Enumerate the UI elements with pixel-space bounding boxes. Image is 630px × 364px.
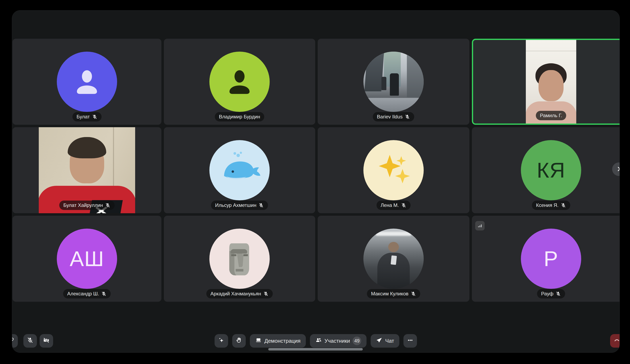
participant-name: Ильсур Ахметшин bbox=[215, 202, 256, 208]
microphone-muted-icon bbox=[560, 202, 566, 208]
participant-tile[interactable]: РРауф bbox=[472, 216, 620, 302]
name-pill: Ксения Я. bbox=[532, 200, 570, 210]
hand-icon bbox=[236, 337, 242, 345]
participant-tile[interactable]: Булат bbox=[12, 39, 162, 125]
person-avatar-icon bbox=[70, 64, 104, 99]
microphone-muted-icon bbox=[105, 202, 110, 208]
participant-name: Аркадий Хачманукьян bbox=[210, 291, 261, 297]
person-avatar-icon bbox=[222, 64, 257, 99]
ellipsis-icon bbox=[407, 337, 414, 345]
participant-tile[interactable]: Bariev Ildus bbox=[318, 39, 470, 125]
microphone-muted-icon bbox=[101, 291, 107, 297]
name-pill: Булат Хайруллин bbox=[59, 200, 115, 210]
name-pill: Булат bbox=[72, 112, 102, 122]
link-icon bbox=[12, 337, 14, 345]
avatar: АШ bbox=[57, 229, 117, 289]
avatar bbox=[57, 52, 117, 112]
effects-button[interactable] bbox=[214, 334, 228, 348]
share-screen-button[interactable]: Демонстрация bbox=[250, 334, 306, 348]
participant-name: Владимир Бурдин bbox=[219, 114, 260, 120]
raise-hand-button[interactable] bbox=[232, 334, 246, 348]
toolbar-center-group: Демонстрация Участники 49 Чат bbox=[214, 334, 417, 348]
microphone-muted-icon bbox=[258, 202, 264, 208]
name-pill: Владимир Бурдин bbox=[215, 112, 264, 122]
grid-scroll-indicator[interactable] bbox=[268, 348, 363, 351]
participant-tile[interactable]: Лена М. bbox=[318, 127, 470, 213]
copy-link-button[interactable] bbox=[12, 334, 18, 348]
participant-tile[interactable]: Максим Куликов bbox=[318, 216, 470, 302]
camera-off-icon bbox=[43, 337, 50, 345]
participant-name: Булат Хайруллин bbox=[63, 202, 103, 208]
participants-count-badge: 49 bbox=[353, 337, 361, 345]
avatar bbox=[210, 229, 270, 289]
participant-name: Bariev Ildus bbox=[377, 114, 402, 120]
phone-handset-icon bbox=[614, 337, 620, 345]
microphone-muted-icon bbox=[401, 202, 406, 208]
name-pill: Аркадий Хачманукьян bbox=[206, 289, 273, 298]
chat-button[interactable]: Чат bbox=[371, 334, 400, 348]
participant-tile[interactable]: Ильсур Ахметшин bbox=[164, 127, 315, 213]
participant-tile[interactable]: Рамиль Г. bbox=[472, 39, 620, 125]
paper-plane-icon bbox=[376, 337, 383, 345]
name-pill: Рауф bbox=[537, 289, 565, 298]
avatar: КЯ bbox=[521, 140, 581, 200]
name-pill: Максим Куликов bbox=[367, 289, 420, 298]
name-pill: Ильсур Ахметшин bbox=[211, 200, 268, 210]
participant-tile[interactable]: КЯКсения Я. bbox=[472, 127, 620, 213]
participant-video bbox=[39, 127, 135, 213]
microphone-toggle-button[interactable] bbox=[24, 334, 37, 348]
share-screen-label: Демонстрация bbox=[264, 338, 300, 344]
microphone-muted-icon bbox=[404, 114, 410, 120]
participants-label: Участники bbox=[324, 338, 350, 344]
name-pill: Bariev Ildus bbox=[373, 112, 414, 122]
participant-name: Максим Куликов bbox=[371, 291, 408, 297]
sparkles-icon bbox=[218, 337, 224, 345]
participants-grid: БулатВладимир БурдинBariev IldusРамиль Г… bbox=[12, 10, 620, 353]
avatar bbox=[210, 52, 270, 112]
avatar bbox=[210, 140, 270, 200]
participant-name: Александр Ш. bbox=[67, 291, 99, 297]
moai-avatar-icon bbox=[219, 238, 260, 279]
participant-tile[interactable]: Аркадий Хачманукьян bbox=[164, 216, 315, 302]
participant-name: Рамиль Г. bbox=[540, 113, 562, 118]
participant-tile[interactable]: Владимир Бурдин bbox=[164, 39, 315, 125]
avatar-initials: КЯ bbox=[537, 160, 566, 181]
microphone-muted-icon bbox=[555, 291, 561, 297]
camera-toggle-button[interactable] bbox=[40, 334, 53, 348]
avatar: Р bbox=[521, 229, 581, 289]
toolbar: Демонстрация Участники 49 Чат bbox=[12, 334, 620, 348]
name-pill: Рамиль Г. bbox=[536, 111, 566, 120]
participant-name: Лена М. bbox=[380, 202, 399, 208]
microphone-muted-icon bbox=[410, 291, 416, 297]
end-call-button[interactable] bbox=[610, 334, 620, 348]
participant-name: Булат bbox=[76, 114, 90, 120]
meeting-window: БулатВладимир БурдинBariev IldusРамиль Г… bbox=[12, 10, 620, 353]
microphone-off-icon bbox=[27, 337, 34, 345]
signal-bars-icon bbox=[477, 223, 483, 229]
participant-name: Ксения Я. bbox=[536, 202, 559, 208]
people-icon bbox=[315, 337, 322, 345]
photo-avatar bbox=[364, 52, 424, 112]
name-pill: Александр Ш. bbox=[63, 289, 111, 298]
chat-label: Чат bbox=[385, 338, 394, 344]
whale-avatar-icon bbox=[218, 149, 261, 192]
avatar-initials: Р bbox=[544, 248, 558, 269]
laptop-icon bbox=[255, 337, 262, 345]
participant-name: Рауф bbox=[541, 291, 554, 297]
microphone-muted-icon bbox=[263, 291, 269, 297]
sparkles-avatar-icon bbox=[373, 150, 414, 191]
more-options-button[interactable] bbox=[404, 334, 417, 348]
photo-avatar bbox=[364, 229, 424, 289]
microphone-muted-icon bbox=[92, 114, 98, 120]
participant-tile[interactable]: АШАлександр Ш. bbox=[12, 216, 162, 302]
connection-quality-badge bbox=[475, 221, 484, 230]
participants-button[interactable]: Участники 49 bbox=[310, 334, 366, 348]
participant-tile[interactable]: Булат Хайруллин bbox=[12, 127, 162, 213]
desktop-background: БулатВладимир БурдинBariev IldusРамиль Г… bbox=[0, 0, 630, 364]
avatar bbox=[364, 140, 424, 200]
chevron-right-icon bbox=[616, 166, 620, 173]
name-pill: Лена М. bbox=[376, 200, 410, 210]
avatar-initials: АШ bbox=[70, 248, 104, 269]
